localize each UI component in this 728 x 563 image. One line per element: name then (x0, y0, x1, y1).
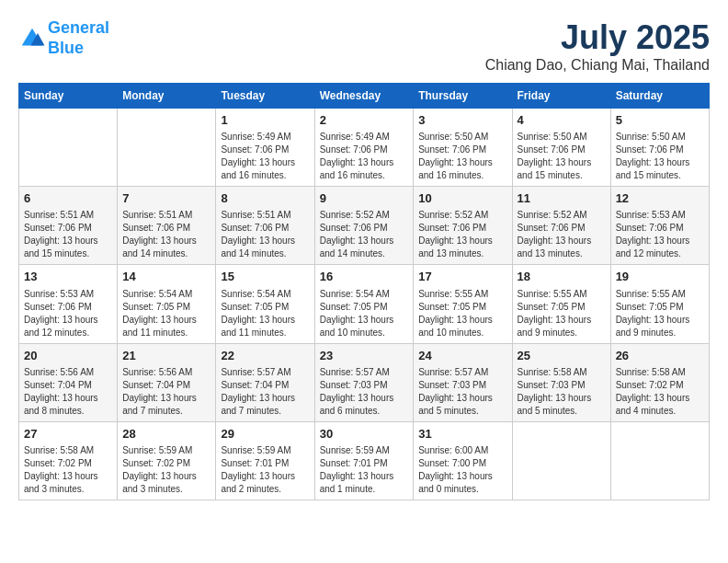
days-header-row: SundayMondayTuesdayWednesdayThursdayFrid… (19, 84, 710, 109)
day-number: 26 (616, 348, 704, 364)
calendar-cell: 13Sunrise: 5:53 AM Sunset: 7:06 PM Dayli… (19, 265, 118, 343)
day-number: 17 (418, 269, 506, 285)
cell-info: Sunrise: 5:59 AM Sunset: 7:01 PM Dayligh… (221, 444, 309, 496)
calendar-cell: 19Sunrise: 5:55 AM Sunset: 7:05 PM Dayli… (610, 265, 709, 343)
cell-info: Sunrise: 5:59 AM Sunset: 7:02 PM Dayligh… (122, 444, 210, 496)
day-number: 18 (518, 269, 606, 285)
cell-info: Sunrise: 5:52 AM Sunset: 7:06 PM Dayligh… (320, 209, 409, 260)
day-number: 16 (320, 269, 409, 285)
cell-info: Sunrise: 5:49 AM Sunset: 7:06 PM Dayligh… (221, 131, 309, 182)
day-number: 10 (418, 190, 506, 207)
day-number: 15 (221, 269, 309, 285)
calendar-cell: 24Sunrise: 5:57 AM Sunset: 7:03 PM Dayli… (414, 343, 512, 421)
calendar-cell: 12Sunrise: 5:53 AM Sunset: 7:06 PM Dayli… (610, 187, 709, 265)
cell-info: Sunrise: 6:00 AM Sunset: 7:00 PM Dayligh… (418, 444, 506, 496)
calendar-cell: 10Sunrise: 5:52 AM Sunset: 7:06 PM Dayli… (414, 187, 512, 265)
day-number: 31 (418, 426, 506, 442)
calendar-week-row: 13Sunrise: 5:53 AM Sunset: 7:06 PM Dayli… (19, 265, 710, 343)
cell-info: Sunrise: 5:53 AM Sunset: 7:06 PM Dayligh… (616, 209, 704, 260)
cell-info: Sunrise: 5:52 AM Sunset: 7:06 PM Dayligh… (418, 209, 506, 260)
day-number: 2 (320, 112, 409, 129)
day-number: 20 (24, 348, 112, 364)
cell-info: Sunrise: 5:50 AM Sunset: 7:06 PM Dayligh… (418, 131, 506, 182)
calendar-cell: 29Sunrise: 5:59 AM Sunset: 7:01 PM Dayli… (216, 421, 314, 500)
logo-line2: Blue (48, 39, 84, 57)
day-number: 8 (221, 190, 309, 207)
calendar-cell: 14Sunrise: 5:54 AM Sunset: 7:05 PM Dayli… (118, 265, 216, 343)
calendar-cell (118, 109, 216, 187)
calendar-cell: 26Sunrise: 5:58 AM Sunset: 7:02 PM Dayli… (610, 343, 709, 421)
day-number: 25 (518, 348, 606, 364)
calendar-cell: 6Sunrise: 5:51 AM Sunset: 7:06 PM Daylig… (19, 187, 118, 265)
day-header-sunday: Sunday (19, 84, 118, 109)
calendar-cell (512, 421, 610, 500)
logo-text: General Blue (48, 18, 109, 58)
cell-info: Sunrise: 5:58 AM Sunset: 7:02 PM Dayligh… (616, 366, 704, 418)
cell-info: Sunrise: 5:58 AM Sunset: 7:02 PM Dayligh… (24, 444, 112, 496)
day-number: 11 (518, 190, 606, 207)
calendar-week-row: 20Sunrise: 5:56 AM Sunset: 7:04 PM Dayli… (19, 343, 710, 421)
day-number: 4 (518, 112, 606, 129)
calendar-cell: 7Sunrise: 5:51 AM Sunset: 7:06 PM Daylig… (118, 187, 216, 265)
cell-info: Sunrise: 5:58 AM Sunset: 7:03 PM Dayligh… (518, 366, 606, 418)
day-number: 9 (320, 190, 409, 207)
calendar-cell: 16Sunrise: 5:54 AM Sunset: 7:05 PM Dayli… (314, 265, 414, 343)
calendar-cell: 21Sunrise: 5:56 AM Sunset: 7:04 PM Dayli… (118, 343, 216, 421)
calendar-cell: 3Sunrise: 5:50 AM Sunset: 7:06 PM Daylig… (414, 109, 512, 187)
day-header-saturday: Saturday (610, 84, 709, 109)
day-number: 27 (24, 426, 112, 442)
calendar-cell: 22Sunrise: 5:57 AM Sunset: 7:04 PM Dayli… (216, 343, 314, 421)
day-number: 19 (616, 269, 704, 285)
cell-info: Sunrise: 5:57 AM Sunset: 7:04 PM Dayligh… (221, 366, 309, 418)
calendar-cell: 27Sunrise: 5:58 AM Sunset: 7:02 PM Dayli… (19, 421, 118, 500)
calendar-cell: 11Sunrise: 5:52 AM Sunset: 7:06 PM Dayli… (512, 187, 610, 265)
title-block: July 2025 Chiang Dao, Chiang Mai, Thaila… (485, 18, 710, 74)
cell-info: Sunrise: 5:56 AM Sunset: 7:04 PM Dayligh… (24, 366, 112, 418)
cell-info: Sunrise: 5:53 AM Sunset: 7:06 PM Dayligh… (24, 288, 112, 339)
cell-info: Sunrise: 5:54 AM Sunset: 7:05 PM Dayligh… (221, 288, 309, 339)
day-header-thursday: Thursday (414, 84, 512, 109)
calendar-cell: 30Sunrise: 5:59 AM Sunset: 7:01 PM Dayli… (314, 421, 414, 500)
cell-info: Sunrise: 5:59 AM Sunset: 7:01 PM Dayligh… (320, 444, 409, 496)
day-number: 5 (616, 112, 704, 129)
day-number: 24 (418, 348, 506, 364)
cell-info: Sunrise: 5:51 AM Sunset: 7:06 PM Dayligh… (221, 209, 309, 260)
cell-info: Sunrise: 5:55 AM Sunset: 7:05 PM Dayligh… (616, 288, 704, 339)
cell-info: Sunrise: 5:49 AM Sunset: 7:06 PM Dayligh… (320, 131, 409, 182)
cell-info: Sunrise: 5:54 AM Sunset: 7:05 PM Dayligh… (320, 288, 409, 339)
logo-icon (18, 25, 46, 52)
day-number: 6 (24, 190, 112, 207)
day-number: 3 (418, 112, 506, 129)
calendar-week-row: 27Sunrise: 5:58 AM Sunset: 7:02 PM Dayli… (19, 421, 710, 500)
calendar-cell: 2Sunrise: 5:49 AM Sunset: 7:06 PM Daylig… (314, 109, 414, 187)
cell-info: Sunrise: 5:57 AM Sunset: 7:03 PM Dayligh… (320, 366, 409, 418)
calendar-cell: 31Sunrise: 6:00 AM Sunset: 7:00 PM Dayli… (414, 421, 512, 500)
cell-info: Sunrise: 5:52 AM Sunset: 7:06 PM Dayligh… (518, 209, 606, 260)
calendar-cell: 8Sunrise: 5:51 AM Sunset: 7:06 PM Daylig… (216, 187, 314, 265)
calendar-cell: 17Sunrise: 5:55 AM Sunset: 7:05 PM Dayli… (414, 265, 512, 343)
day-header-tuesday: Tuesday (216, 84, 314, 109)
calendar-cell: 18Sunrise: 5:55 AM Sunset: 7:05 PM Dayli… (512, 265, 610, 343)
day-number: 12 (616, 190, 704, 207)
day-number: 29 (221, 426, 309, 442)
month-title: July 2025 (485, 18, 710, 57)
calendar-cell: 23Sunrise: 5:57 AM Sunset: 7:03 PM Dayli… (314, 343, 414, 421)
location-title: Chiang Dao, Chiang Mai, Thailand (485, 57, 710, 74)
cell-info: Sunrise: 5:50 AM Sunset: 7:06 PM Dayligh… (518, 131, 606, 182)
cell-info: Sunrise: 5:51 AM Sunset: 7:06 PM Dayligh… (24, 209, 112, 260)
day-number: 14 (122, 269, 210, 285)
page-header: General Blue July 2025 Chiang Dao, Chian… (18, 18, 710, 74)
calendar-cell: 15Sunrise: 5:54 AM Sunset: 7:05 PM Dayli… (216, 265, 314, 343)
cell-info: Sunrise: 5:51 AM Sunset: 7:06 PM Dayligh… (122, 209, 210, 260)
calendar-cell (610, 421, 709, 500)
day-header-monday: Monday (118, 84, 216, 109)
day-number: 7 (122, 190, 210, 207)
calendar-cell (19, 109, 118, 187)
day-header-friday: Friday (512, 84, 610, 109)
calendar-cell: 5Sunrise: 5:50 AM Sunset: 7:06 PM Daylig… (610, 109, 709, 187)
cell-info: Sunrise: 5:50 AM Sunset: 7:06 PM Dayligh… (616, 131, 704, 182)
logo-line1: General (48, 18, 109, 37)
logo: General Blue (18, 18, 109, 58)
day-number: 30 (320, 426, 409, 442)
cell-info: Sunrise: 5:55 AM Sunset: 7:05 PM Dayligh… (518, 288, 606, 339)
